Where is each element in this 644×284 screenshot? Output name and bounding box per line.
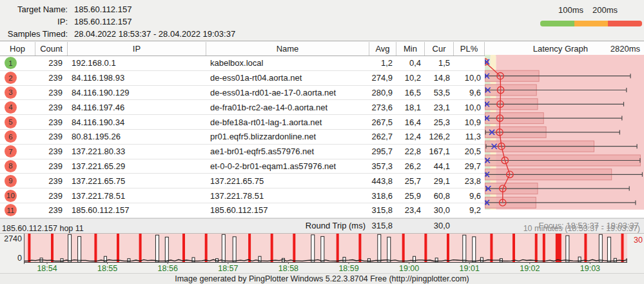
hop-pl: 9,6 xyxy=(454,88,485,97)
hop-pl: 9,2 xyxy=(454,205,485,215)
hop-name: et-0-0-2-br01-eqam1.as57976.net xyxy=(206,161,369,171)
timeline-tick-label: 18:59 xyxy=(338,264,358,273)
hop-count: 239 xyxy=(35,176,68,186)
hop-count: 239 xyxy=(35,58,68,68)
col-header-avg[interactable]: Avg xyxy=(369,42,396,56)
timeline-ymin-label: 0 xyxy=(0,254,22,263)
hop-ip: 80.81.195.26 xyxy=(68,132,206,141)
legend-red-segment xyxy=(608,21,642,26)
hop-ip: 137.221.78.51 xyxy=(68,191,206,201)
hop-name: de-bfe18a-rt01-lag-1.aorta.net xyxy=(206,117,369,127)
hop-name: de-fra01b-rc2-ae-14-0.aorta.net xyxy=(206,103,369,112)
hop-min: 0,4 xyxy=(396,58,425,68)
latency-graph-title: Latency Graph xyxy=(485,42,610,56)
ip-label: IP: xyxy=(0,17,68,26)
timeline-ymax-label: 2740 xyxy=(0,234,22,243)
hop-ip: 137.221.65.29 xyxy=(68,161,206,171)
target-name-label: Target Name: xyxy=(0,5,68,14)
legend-orange-segment xyxy=(574,21,609,26)
hop-number-badge: 5 xyxy=(5,116,17,128)
legend-green-segment xyxy=(540,21,574,26)
legend-100ms-label: 100ms xyxy=(558,5,583,15)
hop-badge-cell: 9 xyxy=(0,175,35,187)
hop-badge-cell: 8 xyxy=(0,160,35,172)
col-header-min[interactable]: Min xyxy=(396,42,425,56)
hop-name: de-ess01a-rd01-ae-17-0.aorta.net xyxy=(206,88,369,97)
hop-number-badge: 9 xyxy=(5,175,17,187)
hop-badge-cell: 1 xyxy=(0,57,35,69)
hop-name: ae1-br01-eqfr5.as57976.net xyxy=(206,147,369,156)
timeline-range-label: 10 minutes (18:53:37 - 19:03:37) xyxy=(523,225,640,233)
hop-number-badge: 4 xyxy=(5,101,17,114)
hop-number-badge: 1 xyxy=(5,57,17,69)
timeline-tick-label: 18:57 xyxy=(218,264,238,273)
hop-name: 137.221.65.75 xyxy=(206,176,369,186)
timeline-tick-label: 19:02 xyxy=(520,264,540,273)
hop-count: 239 xyxy=(35,147,68,156)
hop-cur: 25,3 xyxy=(425,117,454,127)
latency-scale-max-label: 2820ms xyxy=(610,42,640,56)
col-header-name[interactable]: Name xyxy=(206,42,369,56)
col-header-count[interactable]: Count xyxy=(35,42,68,56)
hop-min: 25,7 xyxy=(396,176,425,186)
timeline-x-axis: 18:5418:5518:5618:5718:5818:5919:0019:01… xyxy=(0,264,644,274)
hop-pl: 11,3 xyxy=(454,132,485,141)
hop-ip: 84.116.197.46 xyxy=(68,103,206,112)
hop-ip: 84.116.190.129 xyxy=(68,88,206,97)
col-header-hop[interactable]: Hop xyxy=(0,42,35,56)
hop-avg: 267,5 xyxy=(369,117,396,127)
timeline-tick-label: 18:56 xyxy=(158,264,178,273)
hop-avg: 315,8 xyxy=(369,205,396,215)
hop-badge-cell: 10 xyxy=(0,190,35,202)
summary-header: Target Name: 185.60.112.157 IP: 185.60.1… xyxy=(0,0,644,41)
hop-min: 10,2 xyxy=(396,73,425,83)
hop-badge-cell: 11 xyxy=(0,204,35,216)
legend-200ms-label: 200ms xyxy=(592,5,618,15)
ip-value: 185.60.112.157 xyxy=(68,17,132,26)
hop-pl: 10,0 xyxy=(454,73,485,83)
hop-avg: 274,9 xyxy=(369,73,396,83)
hop-avg: 295,7 xyxy=(369,147,396,156)
hop-cur: 14,8 xyxy=(425,73,454,83)
generator-footer: Image generated by PingPlotter Windows 5… xyxy=(0,273,644,284)
hop-badge-cell: 6 xyxy=(0,130,35,143)
hop-count: 239 xyxy=(35,73,68,83)
hop-badge-cell: 3 xyxy=(0,86,35,99)
timeline-tick-label: 19:03 xyxy=(580,264,600,273)
col-header-pl[interactable]: PL% xyxy=(454,42,485,56)
col-header-cur[interactable]: Cur xyxy=(425,42,454,56)
hop-cur: 30,0 xyxy=(425,205,454,215)
hop-min: 23,4 xyxy=(396,205,425,215)
hop-badge-cell: 2 xyxy=(0,72,35,84)
col-header-ip[interactable]: IP xyxy=(68,42,206,56)
hop-count: 239 xyxy=(35,132,68,141)
hop-min: 16,4 xyxy=(396,117,425,127)
samples-timed-label: Samples Timed: xyxy=(0,29,68,39)
hop-pl: 9,6 xyxy=(454,191,485,201)
hop-cur: 44,1 xyxy=(425,161,454,171)
hop-count: 239 xyxy=(35,191,68,201)
hop-min: 25,9 xyxy=(396,191,425,201)
hop-number-badge: 11 xyxy=(5,204,17,216)
legend-color-bar xyxy=(540,21,642,26)
table-header-row: Hop Count IP Name Avg Min Cur PL% Latenc… xyxy=(0,41,644,56)
latency-scale-legend: 100ms 200ms xyxy=(540,5,643,26)
hop-avg: 273,6 xyxy=(369,103,396,112)
hop-cur: 1,5 xyxy=(425,58,454,68)
hop-min: 22,8 xyxy=(396,147,425,156)
hop-avg: 262,7 xyxy=(369,132,396,141)
col-header-latency-graph[interactable]: Latency Graph 2820ms xyxy=(485,42,644,56)
timeline-tick-label: 19:00 xyxy=(399,264,419,273)
hop-min: 26,2 xyxy=(396,161,425,171)
hop-ip: 192.168.0.1 xyxy=(68,58,206,68)
latency-graph-chart[interactable] xyxy=(485,55,644,210)
hop-cur: 23,1 xyxy=(425,103,454,112)
hop-pl: 29,7 xyxy=(454,161,485,171)
hop-min: 18,1 xyxy=(396,103,425,112)
hop-pl: 23,8 xyxy=(454,176,485,186)
hop-count: 239 xyxy=(35,88,68,97)
hop-number-badge: 3 xyxy=(5,86,17,99)
hop-avg: 280,9 xyxy=(369,88,396,97)
hop-cur: 167,1 xyxy=(425,147,454,156)
timeline-chart[interactable] xyxy=(24,234,627,264)
